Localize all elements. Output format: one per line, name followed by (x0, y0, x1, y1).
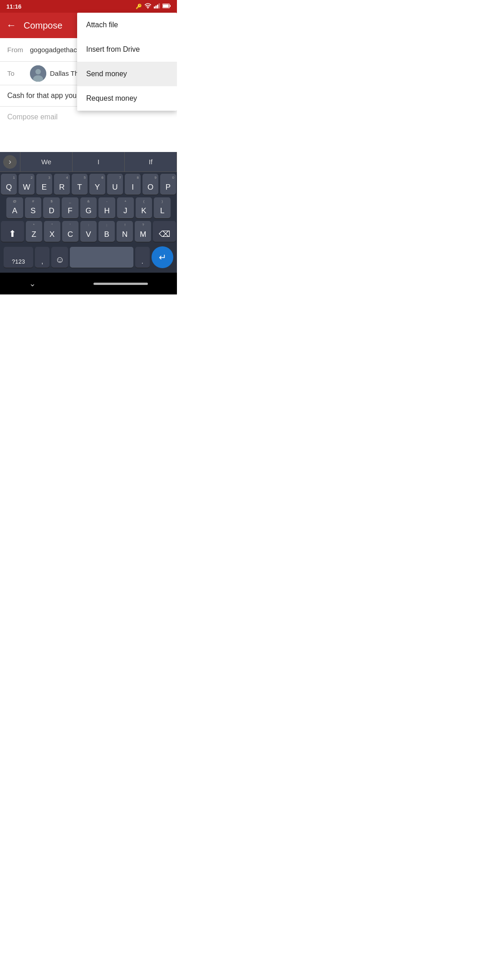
key-m[interactable]: ?M (135, 221, 151, 242)
keyboard-suggestions: › We I If (0, 152, 177, 172)
svg-rect-3 (157, 5, 158, 8)
status-bar: 11:16 🔑 (0, 0, 177, 13)
emoji-key[interactable]: ☺ (51, 247, 68, 268)
key-d[interactable]: $D (43, 197, 60, 218)
key-r[interactable]: 4R (54, 174, 70, 195)
key-h[interactable]: -H (98, 197, 115, 218)
wifi-icon (144, 3, 152, 10)
svg-rect-2 (156, 5, 157, 8)
suggestion-if[interactable]: If (124, 152, 177, 172)
svg-rect-7 (170, 5, 171, 7)
key-v[interactable]: :V (80, 221, 97, 242)
key-q[interactable]: 1Q (1, 174, 17, 195)
compose-body-placeholder[interactable]: Compose email (0, 107, 177, 152)
key-row-2: @A #S $D _F &G -H +J (K )L (1, 197, 176, 218)
back-button[interactable]: ← (6, 20, 16, 31)
suggestions-list: We I If (20, 152, 177, 172)
key-l[interactable]: )L (154, 197, 171, 218)
key-n[interactable]: !N (117, 221, 133, 242)
svg-rect-1 (154, 6, 155, 8)
signal-icon (154, 3, 160, 10)
key-b[interactable]: ;B (98, 221, 115, 242)
key-o[interactable]: 9O (142, 174, 158, 195)
space-key[interactable] (70, 247, 133, 268)
period-key[interactable]: . (135, 247, 150, 268)
svg-point-0 (147, 8, 148, 9)
svg-rect-6 (163, 5, 169, 8)
shift-key[interactable]: ⬆ (1, 221, 24, 242)
key-f[interactable]: _F (62, 197, 78, 218)
backspace-key[interactable]: ⌫ (153, 221, 176, 242)
menu-attach-file[interactable]: Attach file (77, 13, 177, 37)
svg-point-9 (35, 69, 41, 74)
enter-key[interactable]: ↵ (152, 246, 173, 268)
menu-insert-from-drive[interactable]: Insert from Drive (77, 37, 177, 62)
recipient-avatar (30, 65, 46, 82)
suggestion-we[interactable]: We (20, 152, 72, 172)
toolbar-title: Compose (24, 20, 63, 31)
key-p[interactable]: 0P (160, 174, 176, 195)
keyboard: › We I If 1Q 2W 3E 4R 5T 6Y 7U 8I 9O 0P … (0, 152, 177, 273)
key-s[interactable]: #S (25, 197, 42, 218)
nav-home-bar[interactable] (93, 283, 148, 285)
key-i[interactable]: 8I (125, 174, 141, 195)
key-row-1: 1Q 2W 3E 4R 5T 6Y 7U 8I 9O 0P (1, 174, 176, 195)
battery-icon (162, 3, 171, 10)
suggestions-expand[interactable]: › (0, 152, 20, 172)
suggestion-i[interactable]: I (72, 152, 124, 172)
key-t[interactable]: 5T (72, 174, 88, 195)
key-e[interactable]: 3E (36, 174, 52, 195)
key-icon: 🔑 (136, 4, 142, 10)
menu-request-money[interactable]: Request money (77, 86, 177, 111)
key-a[interactable]: @A (6, 197, 23, 218)
key-u[interactable]: 7U (107, 174, 123, 195)
key-row-3: ⬆ *Z "X 'C :V ;B !N ?M ⌫ (1, 221, 176, 242)
status-time: 11:16 (6, 3, 21, 10)
nav-bar: ⌄ (0, 273, 177, 294)
key-g[interactable]: &G (80, 197, 97, 218)
nav-back[interactable]: ⌄ (29, 279, 36, 289)
status-icons: 🔑 (136, 3, 171, 10)
key-c[interactable]: 'C (62, 221, 78, 242)
to-label: To (7, 69, 30, 77)
key-k[interactable]: (K (136, 197, 152, 218)
bottom-row: ?123 , ☺ . ↵ (1, 245, 176, 271)
avatar-image (30, 65, 46, 82)
numbers-key[interactable]: ?123 (4, 247, 33, 268)
svg-rect-4 (159, 3, 160, 8)
dropdown-menu: Attach file Insert from Drive Send money… (77, 13, 177, 111)
key-w[interactable]: 2W (19, 174, 34, 195)
key-x[interactable]: "X (44, 221, 60, 242)
key-z[interactable]: *Z (26, 221, 42, 242)
menu-send-money[interactable]: Send money (77, 62, 177, 86)
from-label: From (7, 46, 30, 54)
comma-key[interactable]: , (35, 247, 49, 268)
key-j[interactable]: +J (117, 197, 134, 218)
key-y[interactable]: 6Y (89, 174, 105, 195)
keyboard-keys: 1Q 2W 3E 4R 5T 6Y 7U 8I 9O 0P @A #S $D _… (0, 172, 177, 273)
